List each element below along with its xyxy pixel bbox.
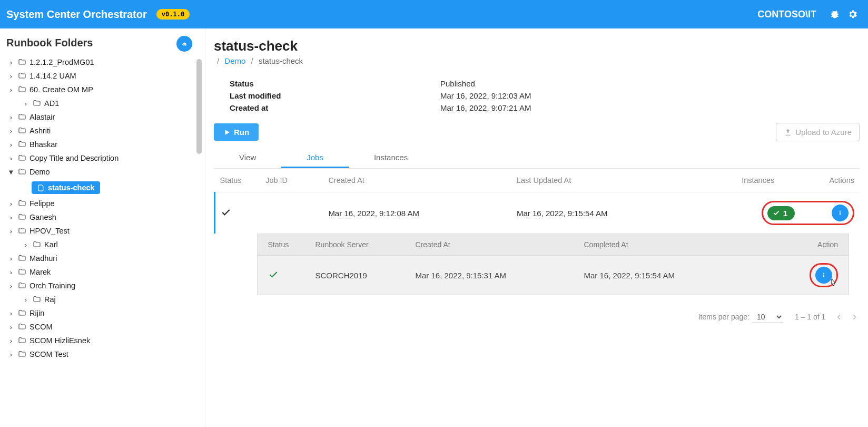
sidebar-folder[interactable]: ›60. Create OM MP xyxy=(0,83,205,96)
sidebar-item-label: Orch Training xyxy=(29,282,75,290)
sidebar-item-label: HPOV_Test xyxy=(29,227,70,235)
info-created-value: Mar 16, 2022, 9:07:21 AM xyxy=(440,103,531,112)
chevron-icon: › xyxy=(6,255,16,263)
sidebar-item-label: 60. Create OM MP xyxy=(29,85,93,94)
file-icon xyxy=(37,184,45,192)
svg-point-1 xyxy=(840,211,841,212)
items-per-page-label: Items per page: xyxy=(698,313,749,321)
sidebar-folder[interactable]: ›Bhaskar xyxy=(0,138,205,151)
info-icon xyxy=(820,271,828,279)
sidebar-folder[interactable]: ›Copy Title and Description xyxy=(0,151,205,165)
sidebar-folder[interactable]: ›Ashriti xyxy=(0,124,205,138)
sub-col-action: Action xyxy=(742,234,849,256)
folder-icon xyxy=(18,323,26,331)
sidebar-folder[interactable]: ›Orch Training xyxy=(0,279,205,293)
folder-icon xyxy=(18,213,26,221)
sidebar-folder[interactable]: ›SCOM Test xyxy=(0,347,205,361)
instance-completed-cell: Mar 16, 2022, 9:15:54 AM xyxy=(574,256,742,295)
sidebar-folder[interactable]: ›Karl xyxy=(0,238,205,251)
info-modified-label: Last modified xyxy=(230,91,440,100)
folder-icon xyxy=(18,350,26,358)
folder-icon xyxy=(18,254,26,263)
sidebar-folder[interactable]: ›Madhuri xyxy=(0,251,205,265)
app-title: System Center Orchestrator xyxy=(6,8,147,21)
sidebar-item-label: Madhuri xyxy=(29,254,57,263)
instances-badge[interactable]: 1 xyxy=(767,206,795,220)
sidebar-item-label: AD1 xyxy=(44,99,59,108)
info-status-label: Status xyxy=(230,79,440,88)
sidebar-item-label: Copy Title and Description xyxy=(29,154,119,162)
chevron-icon: › xyxy=(21,296,31,304)
job-row[interactable]: Mar 16, 2022, 9:12:08 AM Mar 16, 2022, 9… xyxy=(215,192,860,234)
sidebar-folder[interactable]: ›Raj xyxy=(0,293,205,306)
sidebar-item-label: Demo xyxy=(29,168,50,176)
chevron-icon: › xyxy=(6,200,16,208)
upload-to-azure-button[interactable]: Upload to Azure xyxy=(776,123,860,141)
job-details-button[interactable] xyxy=(832,205,849,221)
sub-col-server: Runbook Server xyxy=(305,234,405,256)
sidebar-folder[interactable]: ›1.4.14.2 UAM xyxy=(0,69,205,83)
collapse-sidebar-button[interactable]: « xyxy=(176,36,192,52)
sidebar-item-label: status-check xyxy=(48,183,95,192)
sidebar-title: Runbook Folders xyxy=(0,35,205,55)
sidebar-item-label: Karl xyxy=(44,240,58,249)
folder-icon xyxy=(18,282,26,290)
folder-icon xyxy=(18,140,26,149)
svg-rect-4 xyxy=(823,275,824,277)
version-badge: v0.1.0 xyxy=(156,9,190,20)
tab-jobs[interactable]: Jobs xyxy=(281,147,349,168)
folder-tree: ›1.2.1.2_ProdMG01›1.4.14.2 UAM›60. Creat… xyxy=(0,55,205,361)
next-page-button[interactable]: › xyxy=(853,310,856,324)
folder-icon xyxy=(18,58,26,66)
job-updated-cell: Mar 16, 2022, 9:15:54 AM xyxy=(511,192,700,234)
sidebar-item-label: SCOM xyxy=(29,323,53,331)
tab-bar: View Jobs Instances xyxy=(214,147,860,169)
folder-icon xyxy=(18,336,26,345)
sub-col-status: Status xyxy=(258,234,305,256)
chevron-icon: › xyxy=(6,309,16,317)
sidebar-folder[interactable]: ›Alastair xyxy=(0,110,205,124)
sub-col-created: Created At xyxy=(405,234,574,256)
sidebar-folder[interactable]: ›Felippe xyxy=(0,197,205,210)
sidebar-item-label: Rijin xyxy=(29,309,44,317)
run-button[interactable]: Run xyxy=(214,123,259,141)
job-created-cell: Mar 16, 2022, 9:12:08 AM xyxy=(323,192,511,234)
scrollbar[interactable] xyxy=(196,59,202,154)
sidebar-folder[interactable]: ›Marek xyxy=(0,265,205,279)
info-status-value: Published xyxy=(440,79,475,88)
info-modified-value: Mar 16, 2022, 9:12:03 AM xyxy=(440,91,531,100)
runbook-info: Status Published Last modified Mar 16, 2… xyxy=(230,79,860,112)
items-per-page-select[interactable]: 10 xyxy=(753,311,783,323)
breadcrumb-current: status-check xyxy=(259,56,303,65)
main-panel: status-check / Demo / status-check Statu… xyxy=(205,28,868,427)
sidebar-item-label: 1.4.14.2 UAM xyxy=(29,72,76,80)
sidebar-item-label: Bhaskar xyxy=(29,140,57,149)
sidebar-folder[interactable]: ›SCOM HizliEsnek xyxy=(0,334,205,347)
svg-point-3 xyxy=(823,273,824,274)
sidebar-file[interactable]: status-check xyxy=(0,179,205,197)
tenant-label: CONTOSO\IT xyxy=(757,9,816,20)
sidebar-folder[interactable]: ›Ganesh xyxy=(0,210,205,224)
sidebar-folder[interactable]: ›HPOV_Test xyxy=(0,224,205,238)
bug-icon[interactable] xyxy=(829,8,841,20)
sidebar-folder[interactable]: ›AD1 xyxy=(0,96,205,110)
sidebar-item-label: 1.2.1.2_ProdMG01 xyxy=(29,58,94,66)
folder-icon xyxy=(33,240,41,249)
tab-instances[interactable]: Instances xyxy=(349,147,433,168)
folder-icon xyxy=(18,154,26,162)
highlight-annotation: 1 xyxy=(762,201,854,225)
sub-col-completed: Completed At xyxy=(574,234,742,256)
folder-icon xyxy=(18,268,26,276)
breadcrumb-root[interactable]: Demo xyxy=(224,56,245,65)
sidebar-folder[interactable]: ›SCOM xyxy=(0,320,205,334)
chevron-icon: ▼ xyxy=(6,168,16,176)
prev-page-button[interactable]: ‹ xyxy=(837,310,841,324)
sidebar-folder[interactable]: ›Rijin xyxy=(0,306,205,320)
sidebar-folder[interactable]: ▼Demo xyxy=(0,165,205,179)
sidebar-folder[interactable]: ›1.2.1.2_ProdMG01 xyxy=(0,55,205,69)
gear-icon[interactable] xyxy=(847,8,859,20)
svg-rect-2 xyxy=(840,212,841,215)
tab-view[interactable]: View xyxy=(214,147,281,168)
instance-status-cell xyxy=(258,256,305,295)
chevron-icon: › xyxy=(6,127,16,135)
